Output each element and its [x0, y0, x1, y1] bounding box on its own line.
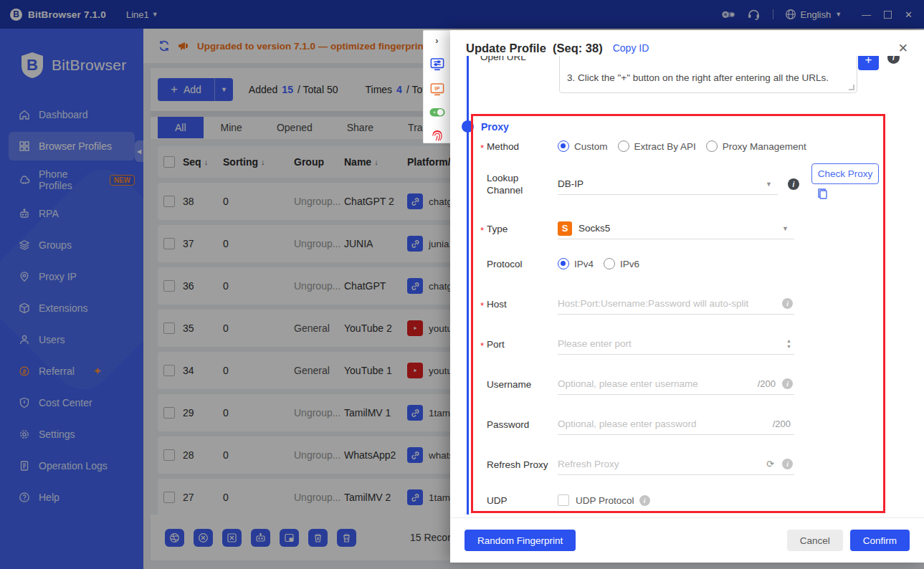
ip-monitor-icon[interactable]: IP [429, 82, 445, 96]
close-icon[interactable]: ✕ [898, 41, 908, 56]
type-row: *Type S Socks5 ▼ [480, 218, 876, 239]
radio-ipv4[interactable] [558, 258, 569, 269]
info-icon: i [788, 178, 799, 190]
info-icon: i [639, 495, 650, 506]
chevron-down-icon: ▼ [782, 225, 789, 232]
copy-id-link[interactable]: Copy ID [613, 42, 649, 54]
cancel-button[interactable]: Cancel [787, 530, 843, 551]
info-icon: i [887, 56, 900, 64]
proxy-type-select[interactable]: S Socks5 ▼ [558, 218, 794, 239]
port-row: *Port ▲▼ [480, 333, 876, 355]
radio-proxy-management[interactable] [706, 140, 718, 152]
radio-custom[interactable] [558, 140, 569, 152]
resize-handle-icon[interactable] [849, 85, 854, 90]
modal-body: Open URL 3. Click the "+" button on the … [450, 56, 924, 517]
radio-ipv6[interactable] [604, 258, 615, 269]
refresh-proxy-row: Refresh Proxy ⟳ i [480, 454, 876, 475]
random-fingerprint-button[interactable]: Random Fingerprint [465, 530, 576, 551]
info-icon: i [782, 378, 793, 389]
method-row: *Method Custom Extract By API Proxy Mana… [480, 139, 876, 153]
check-proxy-button[interactable]: Check Proxy [811, 163, 879, 184]
udp-checkbox[interactable] [558, 494, 569, 506]
proxy-section-title: Proxy [481, 121, 509, 133]
confirm-button[interactable]: Confirm [850, 530, 910, 551]
refresh-icon[interactable]: ⟳ [766, 459, 774, 469]
chevron-down-icon: ▼ [766, 181, 772, 188]
password-input[interactable] [558, 419, 794, 429]
password-row: Password /200 [480, 413, 876, 435]
modal-title: Update Profile (Seq: 38) [466, 42, 603, 55]
toggle-icon[interactable] [429, 107, 446, 117]
copy-icon[interactable] [817, 188, 828, 199]
open-url-label: Open URL [480, 56, 526, 62]
socks5-icon: S [558, 221, 572, 236]
svg-text:IP: IP [434, 85, 439, 92]
host-row: *Host i [480, 293, 876, 315]
info-icon: i [782, 298, 793, 309]
profile-settings-icon[interactable] [429, 57, 445, 71]
fingerprint-icon[interactable] [430, 129, 444, 143]
lookup-channel-row: LookupChannel DB-IP ▼ i Check Proxy [480, 168, 876, 201]
add-url-button[interactable]: + [858, 56, 879, 70]
number-stepper[interactable]: ▲▼ [786, 339, 791, 349]
udp-row: UDP UDP Protocol i [480, 493, 876, 507]
username-row: Username /200 i [480, 373, 876, 395]
collapse-drawer-icon[interactable]: › [435, 35, 438, 46]
update-profile-modal: Update Profile (Seq: 38) Copy ID ✕ Open … [450, 30, 924, 563]
refresh-proxy-input[interactable] [558, 459, 794, 469]
host-input[interactable] [558, 298, 794, 309]
radio-extract-by-api[interactable] [618, 140, 629, 152]
proxy-section-highlight: Proxy *Method Custom Extract By API Prox… [471, 114, 885, 513]
modal-header: Update Profile (Seq: 38) Copy ID ✕ [450, 30, 924, 56]
protocol-row: Protocol IPv4 IPv6 [480, 257, 876, 271]
open-url-textarea[interactable]: 3. Click the "+" button on the right aft… [559, 56, 857, 93]
info-icon: i [782, 459, 793, 469]
modal-footer: Random Fingerprint Cancel Confirm [450, 517, 924, 563]
drawer-toolbar: › IP [423, 30, 450, 143]
lookup-channel-select[interactable]: DB-IP ▼ [558, 173, 778, 195]
port-input[interactable] [558, 338, 794, 349]
